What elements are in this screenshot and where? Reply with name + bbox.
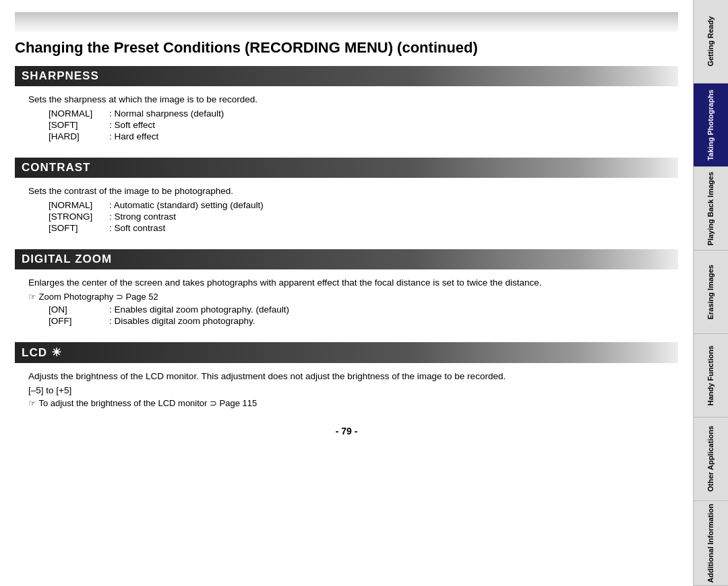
range-text-lcd: [–5] to [+5]: [28, 385, 665, 395]
option-row: [NORMAL]: Automatic (standard) setting (…: [49, 200, 665, 210]
option-key: [ON]: [49, 304, 109, 315]
option-row: [HARD]: Hard effect: [49, 131, 665, 141]
section-digital-zoom: DIGITAL ZOOMEnlarges the center of the s…: [15, 249, 678, 330]
section-contrast: CONTRASTSets the contrast of the image t…: [15, 158, 678, 237]
section-desc-lcd: Adjusts the brightness of the LCD monito…: [28, 371, 665, 381]
option-value: : Soft contrast: [109, 223, 665, 233]
option-value: : Automatic (standard) setting (default): [109, 200, 665, 210]
option-row: [OFF]: Disables digital zoom photography…: [49, 316, 665, 326]
option-key: [SOFT]: [49, 223, 109, 233]
section-desc-digital-zoom: Enlarges the center of the screen and ta…: [28, 278, 665, 288]
option-row: [NORMAL]: Normal sharpness (default): [49, 108, 665, 119]
option-row: [SOFT]: Soft effect: [49, 120, 665, 130]
options-table-sharpness: [NORMAL]: Normal sharpness (default)[SOF…: [49, 108, 665, 141]
options-table-digital-zoom: [ON]: Enables digital zoom photography. …: [49, 304, 665, 326]
sidebar-item-handy-functions[interactable]: Handy Functions: [694, 334, 728, 418]
sidebar-item-label: Playing Back Images: [705, 169, 717, 248]
sidebar-item-label: Other Applications: [705, 423, 717, 494]
section-body-contrast: Sets the contrast of the image to be pho…: [15, 183, 678, 237]
sidebar-item-additional-information[interactable]: Additional Information: [694, 501, 728, 586]
sidebar: Getting ReadyTaking PhotographsPlaying B…: [693, 0, 728, 586]
sidebar-item-label: Additional Information: [705, 501, 717, 585]
option-value: : Soft effect: [109, 120, 665, 130]
page-title: Changing the Preset Conditions (RECORDIN…: [15, 39, 678, 57]
option-row: [ON]: Enables digital zoom photography. …: [49, 304, 665, 315]
section-lcd: LCD ☀Adjusts the brightness of the LCD m…: [15, 342, 678, 414]
option-key: [STRONG]: [49, 211, 109, 222]
section-header-lcd: LCD ☀: [15, 342, 678, 363]
sections-container: SHARPNESSSets the sharpness at which the…: [15, 66, 678, 414]
option-value: : Normal sharpness (default): [109, 108, 665, 119]
page-footer: - 79 -: [15, 426, 678, 436]
option-key: [NORMAL]: [49, 200, 109, 210]
main-content: Changing the Preset Conditions (RECORDIN…: [0, 0, 693, 586]
section-desc-sharpness: Sets the sharpness at which the image is…: [28, 94, 665, 104]
sidebar-item-taking-photographs[interactable]: Taking Photographs: [694, 84, 728, 167]
sidebar-item-label: Handy Functions: [705, 343, 717, 408]
option-value: : Strong contrast: [109, 211, 665, 222]
options-table-contrast: [NORMAL]: Automatic (standard) setting (…: [49, 200, 665, 233]
option-row: [SOFT]: Soft contrast: [49, 223, 665, 233]
section-desc-contrast: Sets the contrast of the image to be pho…: [28, 186, 665, 196]
ref-note-digital-zoom-0: ☞ Zoom Photography ⊃ Page 52: [28, 292, 665, 302]
option-key: [HARD]: [49, 131, 109, 141]
sidebar-item-other-applications[interactable]: Other Applications: [694, 418, 728, 501]
decorative-top-image: [15, 12, 678, 32]
sidebar-item-label: Getting Ready: [705, 13, 717, 69]
section-sharpness: SHARPNESSSets the sharpness at which the…: [15, 66, 678, 145]
option-key: [NORMAL]: [49, 108, 109, 119]
option-key: [SOFT]: [49, 120, 109, 130]
section-body-sharpness: Sets the sharpness at which the image is…: [15, 92, 678, 145]
option-value: : Enables digital zoom photography. (def…: [109, 304, 665, 315]
option-row: [STRONG]: Strong contrast: [49, 211, 665, 222]
sidebar-item-playing-back-images[interactable]: Playing Back Images: [694, 167, 728, 251]
option-value: : Disables digital zoom photography.: [109, 316, 665, 326]
option-value: : Hard effect: [109, 131, 665, 141]
extra-ref-note-lcd-0: ☞ To adjust the brightness of the LCD mo…: [28, 398, 665, 408]
section-body-lcd: Adjusts the brightness of the LCD monito…: [15, 368, 678, 414]
section-header-digital-zoom: DIGITAL ZOOM: [15, 249, 678, 269]
option-key: [OFF]: [49, 316, 109, 326]
section-header-contrast: CONTRAST: [15, 158, 678, 178]
sidebar-item-erasing-images[interactable]: Erasing Images: [694, 251, 728, 334]
sidebar-item-getting-ready[interactable]: Getting Ready: [694, 0, 728, 84]
section-body-digital-zoom: Enlarges the center of the screen and ta…: [15, 275, 678, 330]
section-header-sharpness: SHARPNESS: [15, 66, 678, 86]
sidebar-item-label: Erasing Images: [705, 262, 717, 322]
sidebar-item-label: Taking Photographs: [705, 87, 717, 164]
